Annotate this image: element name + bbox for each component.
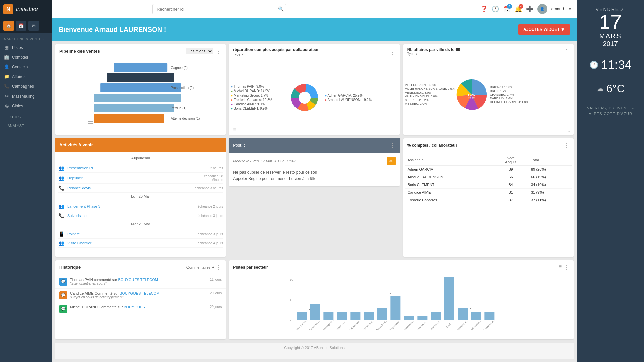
row-total: 89 (26%) — [528, 166, 572, 173]
city-brignais: BRIGNAIS: 1.8% — [490, 85, 534, 89]
activity-relance-name[interactable]: Relance devis — [67, 186, 192, 190]
avatar: 👤 — [537, 4, 547, 14]
activity-presentation-time: 2 heures — [196, 166, 223, 170]
svg-text:LYON: LYON — [468, 94, 475, 97]
activity-dejeuner-name[interactable]: Déjeuner — [67, 176, 194, 180]
pistes-bar-chart: 10 5 0 Interactive 4D... ↙ Conseil en s. — [232, 277, 570, 330]
help-icon[interactable]: ❓ — [480, 5, 488, 13]
legend-item-1: ● Michel DURAND: 14.5% — [231, 89, 284, 93]
svg-text:Commerce d...: Commerce d... — [483, 319, 495, 330]
activities-mar-header: Mar 21 Mar — [58, 220, 223, 228]
add-widget-button[interactable]: AJOUTER WIDGET ▼ — [518, 24, 570, 35]
dashboard: Pipeline des ventes les miens tous ⋮ Gag… — [52, 41, 577, 362]
search-button[interactable]: 🔍 — [278, 6, 284, 12]
repartition-menu-icon[interactable]: ⋮ — [390, 48, 396, 56]
activity-dejeuner: 👥 Déjeuner échéance 58Minutes — [58, 173, 223, 184]
outils-plus-icon: + — [4, 115, 6, 119]
pipeline-title: Pipeline des ventes — [59, 49, 100, 54]
user-dropdown-icon[interactable]: ▼ — [568, 7, 572, 11]
hist-link-0[interactable]: BOUYGUES TELECOM — [118, 278, 158, 282]
suivi-icon: 📞 — [58, 213, 65, 218]
campagnes-icon: 📞 — [4, 84, 9, 89]
pistes-header: Pistes par secteur ≡ ⋮ — [229, 260, 574, 275]
hist-link-1[interactable]: BOUYGUES TELECOM — [120, 291, 159, 295]
hist-content-0: Thomas PAIN commenté sur BOUYGUES TELECO… — [70, 278, 207, 286]
search-input[interactable] — [152, 4, 286, 14]
svg-rect-51 — [458, 308, 468, 320]
svg-text:Fabrication d...: Fabrication d... — [429, 319, 442, 330]
copyright: Copyright © 2017 ABonline Solutions — [55, 343, 574, 359]
analyse-label: ANALYSE — [7, 124, 24, 128]
table-row: Arnaud LAURENSON 66 66 (19%) — [405, 173, 572, 181]
pct-comptes-menu-icon[interactable]: ⋮ — [564, 142, 570, 149]
nb-affaires-filter-icon[interactable]: ◂ — [415, 52, 417, 56]
svg-rect-56 — [485, 312, 495, 320]
activity-pointtel-name[interactable]: Point tél — [67, 232, 194, 236]
activity-suivi-name[interactable]: Suivi chantier — [67, 214, 194, 218]
historique-filter-label: Commentaires — [186, 265, 211, 269]
sidebar-section-analyse[interactable]: + ANALYSE — [0, 121, 52, 130]
sidebar-section-outils[interactable]: + OUTILS — [0, 113, 52, 121]
activity-visite-name[interactable]: Visite Chantier — [67, 241, 194, 245]
svg-text:0: 0 — [290, 318, 292, 321]
svg-text:Conseil en s...: Conseil en s... — [309, 319, 321, 330]
table-row: Adrien GARCIA 89 89 (26%) — [405, 166, 572, 173]
main-content: 🔍 ❓ 🕐 📅3 🔔4 ➕ 👤 arnaud ▼ Bienvenue Arnau… — [52, 0, 577, 362]
activity-pointtel-time: échéance 3 jours — [196, 232, 223, 236]
clock-location-line2: ALPES-COTE D'AZUR — [587, 111, 634, 117]
divider-1 — [586, 53, 635, 53]
sidebar-item-contacts[interactable]: 👤 Contacts — [0, 62, 52, 72]
notification-icon[interactable]: 🔔4 — [515, 5, 522, 13]
pistes-widget: Pistes par secteur ≡ ⋮ 10 5 0 — [229, 260, 574, 339]
calendar-icon[interactable]: 📅3 — [503, 5, 511, 13]
pipeline-filter[interactable]: les miens tous — [186, 48, 213, 54]
postit-menu-icon[interactable]: ⋮ — [390, 142, 396, 149]
sidebar-item-comptes[interactable]: 🏢 Comptes — [0, 52, 52, 62]
sidebar-item-cibles[interactable]: ◎ Cibles — [0, 101, 52, 111]
nb-affaires-body: VILLEURBANNE: 5.8% VILLEFRANCHE SUR SAON… — [403, 59, 574, 129]
historique-widget: Historique Commentaires ◂ ⋮ 💬 Thomas PAI… — [55, 260, 226, 339]
hist-content-2: Michel DURAND Commenté sur BOUYGUES — [70, 305, 207, 313]
sidebar-item-campagnes[interactable]: 📞 Campagnes — [0, 81, 52, 91]
sidebar-item-affaires[interactable]: 📁 Affaires — [0, 72, 52, 81]
nav-calendar-icon[interactable]: 📅 — [16, 21, 26, 31]
activity-lancement-name[interactable]: Lancement Phase 3 — [67, 204, 194, 208]
user-name[interactable]: arnaud — [551, 7, 564, 11]
sidebar-item-pistes[interactable]: ▦ Pistes — [0, 43, 52, 52]
activities-today-header: Aujourd'hui — [58, 154, 223, 162]
postit-edit-button[interactable]: ✏ — [387, 157, 396, 165]
repartition-subtitle: Type — [233, 53, 240, 56]
postit-content: Ne pas oublier de réserver le resto pour… — [233, 169, 395, 182]
pipeline-menu-icon[interactable]: ⋮ — [216, 47, 222, 55]
pistes-menu-icon[interactable]: ⋮ — [564, 264, 570, 271]
historique-menu-icon[interactable]: ⋮ — [216, 264, 222, 271]
svg-rect-39 — [391, 296, 401, 320]
right-panel: Vendredi 17 Mars 2017 🕐 11:34 ☁ 6°C VALR… — [577, 0, 644, 362]
logo-area: N initiative — [0, 0, 52, 18]
clock-temp: 6°C — [606, 82, 625, 95]
add-icon[interactable]: ➕ — [526, 5, 533, 13]
pie-chart-svg — [286, 79, 323, 116]
activity-lancement: 👥 Lancement Phase 3 échéance 2 jours — [58, 202, 223, 211]
postit-widget: Post It ⋮ Modifié le - Ven. 17 Mar 2017 … — [229, 138, 399, 186]
sidebar-item-massmailing[interactable]: ✉ MassMailing — [0, 91, 52, 101]
historique-filter-icon[interactable]: ◂ — [212, 265, 214, 269]
activities-menu-icon[interactable]: ⋮ — [216, 142, 222, 148]
svg-rect-33 — [351, 312, 361, 320]
pct-comptes-header: % comptes / collaborateur ⋮ — [403, 138, 574, 153]
legend-item-7: ● Arnaud LAURENSON: 19.2% — [325, 98, 371, 102]
city-pie-svg: LYON 29.8% — [455, 74, 488, 115]
row-name: Arnaud LAURENSON — [405, 173, 493, 181]
activity-presentation-name[interactable]: Présentation RI — [67, 166, 194, 170]
hist-link-2[interactable]: BOUYGUES — [124, 305, 145, 309]
activity-suivi: 📞 Suivi chantier échéance 3 jours — [58, 211, 223, 220]
hist-icon-0: 💬 — [59, 278, 67, 286]
repartition-filter-icon[interactable]: ◂ — [241, 53, 243, 56]
pie-legend-right: ● Adrien GARCIA: 25.9% ● Arnaud LAURENSO… — [325, 94, 371, 102]
history-icon[interactable]: 🕐 — [492, 5, 499, 13]
nav-mail-icon[interactable]: ✉ — [28, 21, 39, 31]
nb-affaires-menu-icon[interactable]: ⋮ — [564, 48, 570, 55]
nav-home-icon[interactable]: 🏠 — [3, 21, 14, 31]
city-chassieu: CHASSIEU: 1.4% — [490, 93, 534, 96]
svg-text:29.8%: 29.8% — [468, 97, 475, 99]
